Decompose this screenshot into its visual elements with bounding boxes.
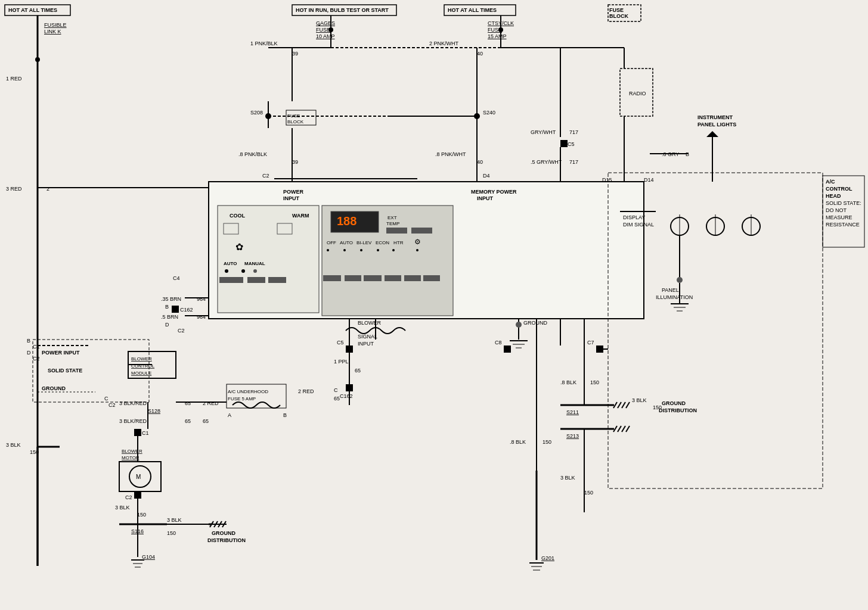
svg-text:188: 188	[337, 214, 356, 228]
svg-text:C1: C1	[142, 430, 149, 436]
svg-text:EXT: EXT	[388, 215, 397, 220]
svg-rect-242	[596, 346, 603, 353]
svg-text:D14: D14	[644, 177, 654, 183]
svg-text:2 PNK/WHT: 2 PNK/WHT	[429, 41, 459, 46]
svg-text:3 BLK: 3 BLK	[632, 397, 647, 403]
svg-text:M: M	[136, 474, 141, 480]
svg-text:HOT AT ALL TIMES: HOT AT ALL TIMES	[448, 7, 497, 13]
svg-rect-143	[404, 275, 421, 281]
svg-point-167	[516, 322, 522, 328]
svg-text:.8 BLK: .8 BLK	[560, 379, 576, 385]
svg-rect-144	[423, 275, 440, 281]
svg-text:C2: C2	[108, 402, 116, 408]
svg-text:MOTOR: MOTOR	[122, 455, 140, 460]
svg-text:DISTRIBUTION: DISTRIBUTION	[659, 407, 697, 413]
svg-text:FUSE: FUSE	[609, 7, 624, 13]
svg-text:TEMP: TEMP	[386, 221, 399, 226]
svg-text:GRY/WHT: GRY/WHT	[531, 129, 556, 135]
svg-text:MANUAL: MANUAL	[244, 261, 265, 266]
svg-text:3 BLK/RED: 3 BLK/RED	[119, 400, 147, 406]
svg-text:PANEL LIGHTS: PANEL LIGHTS	[698, 122, 736, 127]
svg-text:GROUND: GROUND	[42, 385, 66, 391]
svg-text:MEASURE: MEASURE	[826, 214, 852, 220]
svg-text:C2: C2	[33, 356, 40, 362]
svg-text:INPUT: INPUT	[283, 195, 300, 201]
svg-text:1 RED: 1 RED	[6, 76, 22, 82]
svg-text:C5: C5	[337, 340, 344, 346]
svg-text:3 BLK: 3 BLK	[6, 442, 21, 448]
svg-text:15 AMP: 15 AMP	[488, 33, 507, 39]
svg-text:G104: G104	[142, 554, 155, 560]
svg-text:INPUT: INPUT	[358, 341, 374, 347]
svg-text:BLOCK: BLOCK	[287, 119, 304, 125]
svg-text:D: D	[165, 322, 169, 328]
svg-rect-126	[411, 228, 432, 234]
svg-text:C: C	[334, 387, 338, 393]
svg-text:✿: ✿	[235, 242, 243, 252]
svg-text:40: 40	[477, 159, 483, 165]
svg-text:D: D	[27, 350, 31, 356]
svg-text:BI-LEV: BI-LEV	[356, 240, 372, 245]
svg-text:C162: C162	[180, 307, 193, 313]
svg-text:39: 39	[292, 51, 298, 57]
svg-text:964: 964	[197, 314, 206, 320]
svg-text:B: B	[283, 412, 287, 418]
svg-text:65: 65	[334, 396, 340, 402]
svg-text:717: 717	[569, 159, 578, 165]
svg-text:3 BLK: 3 BLK	[560, 475, 575, 481]
svg-rect-117	[219, 277, 243, 283]
svg-rect-106	[218, 206, 319, 313]
svg-text:C: C	[104, 396, 108, 402]
svg-text:BLOWER: BLOWER	[122, 449, 142, 454]
svg-text:ECON: ECON	[376, 240, 389, 245]
svg-text:2: 2	[46, 186, 49, 192]
svg-point-116	[253, 269, 257, 273]
svg-rect-196	[346, 384, 353, 391]
svg-text:1 PNK/BLK: 1 PNK/BLK	[250, 41, 278, 46]
svg-text:3 BLK/RED: 3 BLK/RED	[119, 418, 147, 424]
svg-text:.5 GRY/WHT: .5 GRY/WHT	[531, 159, 562, 165]
svg-rect-141	[364, 275, 382, 281]
svg-text:964: 964	[197, 296, 206, 302]
svg-text:AUTO: AUTO	[340, 240, 353, 245]
svg-text:2 RED: 2 RED	[298, 388, 314, 394]
svg-text:S213: S213	[566, 433, 579, 439]
svg-text:FUSE 5 AMP: FUSE 5 AMP	[228, 396, 256, 402]
svg-text:COOL: COOL	[230, 213, 246, 219]
svg-point-133	[327, 249, 329, 251]
svg-point-114	[225, 269, 228, 273]
svg-text:SIGNAL: SIGNAL	[358, 334, 377, 340]
svg-text:S211: S211	[566, 409, 579, 415]
svg-text:SOLID STATE: SOLID STATE	[48, 368, 82, 374]
svg-text:150: 150	[167, 530, 176, 536]
svg-text:C1: C1	[33, 344, 40, 350]
svg-text:POWER INPUT: POWER INPUT	[42, 350, 80, 356]
svg-text:AUTO: AUTO	[224, 261, 237, 266]
svg-rect-74	[560, 140, 568, 147]
svg-text:150: 150	[137, 512, 146, 518]
svg-text:.8 PNK/WHT: .8 PNK/WHT	[435, 151, 466, 157]
svg-text:GROUND: GROUND	[523, 320, 547, 326]
svg-text:C8: C8	[495, 340, 502, 346]
svg-text:ILLUMINATION: ILLUMINATION	[656, 294, 693, 300]
svg-text:FUSE: FUSE	[287, 113, 300, 119]
svg-text:CONTROL: CONTROL	[826, 186, 852, 192]
svg-text:HTR: HTR	[393, 240, 404, 245]
svg-text:B: B	[27, 338, 30, 344]
svg-rect-118	[247, 277, 265, 283]
svg-text:3 RED: 3 RED	[6, 186, 22, 192]
svg-text:FUSIBLE: FUSIBLE	[44, 22, 67, 28]
svg-text:717: 717	[569, 129, 578, 135]
svg-text:65: 65	[355, 368, 361, 374]
svg-text:GAGES: GAGES	[316, 20, 335, 26]
svg-text:PANEL: PANEL	[662, 287, 679, 293]
svg-text:FUSE: FUSE	[316, 27, 330, 33]
svg-rect-139	[323, 275, 341, 281]
svg-text:C5: C5	[568, 141, 575, 147]
svg-text:C2: C2	[262, 173, 269, 179]
svg-text:LINK K: LINK K	[44, 29, 61, 35]
svg-text:RESISTANCE: RESISTANCE	[826, 222, 860, 228]
svg-text:A/C UNDERHOOD: A/C UNDERHOOD	[228, 389, 268, 394]
svg-text:S208: S208	[250, 110, 263, 116]
svg-rect-125	[386, 228, 407, 234]
